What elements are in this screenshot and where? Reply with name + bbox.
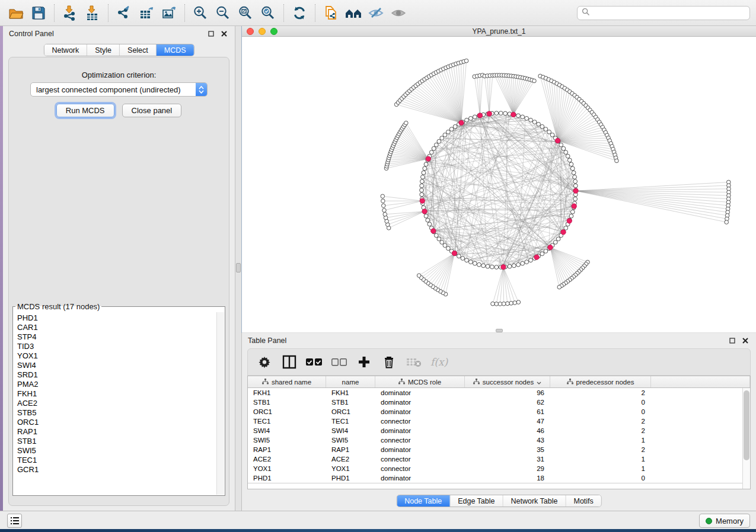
table-row[interactable]: FKH1FKH1dominator962 [248,388,750,398]
table-row[interactable]: SWI4SWI4dominator462 [248,426,750,435]
mcds-result-item[interactable]: SRD1 [17,370,216,380]
search-input[interactable] [593,9,749,17]
tab-network[interactable]: Network [44,44,87,56]
tab-node-table[interactable]: Node Table [397,495,450,507]
column-header-successor-nodes[interactable]: successor nodes [465,376,550,387]
add-column-button[interactable] [356,354,372,370]
column-header-shared-name[interactable]: shared name [248,376,326,387]
close-panel-icon[interactable] [741,336,750,345]
mcds-result-item[interactable]: GCR1 [17,465,216,475]
mcds-result-item[interactable]: ACE2 [17,399,216,408]
close-panel-icon[interactable] [219,29,229,39]
import-network-button[interactable] [59,2,81,24]
export-network-button[interactable] [113,2,135,24]
tab-style[interactable]: Style [87,44,120,56]
mcds-result-item[interactable]: ORC1 [17,418,216,427]
tab-mcds[interactable]: MCDS [157,44,194,56]
panel-splitter[interactable] [235,26,241,511]
clone-network-button[interactable] [320,2,342,24]
table-scrollbar[interactable] [742,388,750,489]
table-cell: 2 [550,446,651,453]
show-all-button[interactable] [387,2,410,24]
first-neighbors-button[interactable] [342,2,365,24]
table-row[interactable]: YOX1YOX1connector291 [248,464,750,473]
refresh-icon [291,5,308,21]
mcds-result-item[interactable]: SWI4 [17,361,216,370]
table-row[interactable]: TEC1TEC1connector472 [248,416,750,426]
column-header-MCDS-role[interactable]: MCDS role [375,376,465,387]
delete-column-button[interactable] [381,354,397,370]
mcds-result-item[interactable]: FKH1 [17,389,216,399]
export-image-button[interactable] [158,2,180,24]
table-row[interactable]: ACE2ACE2connector311 [248,454,750,464]
mcds-result-list[interactable]: PHD1CAR1STP4TID3YOX1SWI4SRD1PMA2FKH1ACE2… [14,312,216,495]
export-table-button[interactable] [135,2,158,24]
table-row[interactable]: PHD1PHD1dominator180 [248,473,750,483]
mcds-result-item[interactable]: RAP1 [17,427,216,437]
delete-table-button[interactable] [406,354,422,370]
float-panel-icon[interactable] [728,336,737,345]
close-panel-button[interactable]: Close panel [122,104,182,117]
table-cell: connector [375,456,465,463]
zoom-fit-button[interactable] [234,2,257,24]
zoom-selected-button[interactable] [257,2,279,24]
memory-button[interactable]: Memory [699,514,750,528]
column-type-icon [473,379,480,386]
import-table-button[interactable] [81,2,104,24]
table-cell: dominator [375,475,465,482]
mcds-result-item[interactable]: STB1 [17,437,216,446]
hide-selected-button[interactable] [365,2,387,24]
float-panel-icon[interactable] [206,29,216,39]
table-cell: 96 [465,389,550,396]
network-canvas[interactable] [242,37,756,332]
table-cell: STB1 [248,399,326,406]
table-settings-button[interactable] [256,354,273,370]
console-button[interactable] [7,514,22,528]
import-table-icon [84,5,101,21]
save-button[interactable] [27,2,50,24]
mcds-result-item[interactable]: TEC1 [17,456,216,465]
zoom-in-icon [192,5,209,21]
mcds-result-item[interactable]: PMA2 [17,380,216,389]
table-cell: 29 [465,465,550,472]
table-row[interactable]: RAP1RAP1dominator352 [248,445,750,454]
table-cell: PHD1 [326,475,375,482]
column-header-name[interactable]: name [326,376,375,387]
search-field[interactable] [577,6,750,20]
canvas-splitter-handle[interactable] [496,329,503,332]
mcds-result-item[interactable]: CAR1 [17,323,216,332]
mcds-result-title: MCDS result (17 nodes) [15,302,101,311]
mcds-result-item[interactable]: SWI5 [17,446,216,456]
refresh-button[interactable] [288,2,311,24]
mcds-result-item[interactable]: STB5 [17,408,216,418]
table-toolbar: f(x) [247,348,751,376]
table-cell: 1 [550,437,651,444]
mcds-result-item[interactable]: PHD1 [17,313,216,323]
tab-network-table[interactable]: Network Table [503,495,566,507]
select-all-button[interactable] [306,354,323,370]
table-row[interactable]: ORC1ORC1dominator610 [248,407,750,416]
zoom-out-button[interactable] [212,2,234,24]
main-toolbar [0,0,756,26]
criterion-select[interactable]: largest connected component (undirected) [30,82,208,97]
deselect-all-button[interactable] [331,354,347,370]
eye-icon [390,5,407,21]
mcds-list-scrollbar[interactable] [216,312,224,495]
table-row[interactable]: SWI5SWI5connector431 [248,435,750,445]
tab-edge-table[interactable]: Edge Table [450,495,503,507]
mcds-result-item[interactable]: TID3 [17,342,216,351]
run-mcds-button[interactable]: Run MCDS [56,104,114,117]
open-file-button[interactable] [5,2,27,24]
tab-select[interactable]: Select [120,44,157,56]
scrollbar-thumb[interactable] [744,390,749,460]
tab-motifs[interactable]: Motifs [566,495,601,507]
apply-function-button[interactable]: f(x) [430,356,448,368]
mcds-result-item[interactable]: YOX1 [17,351,216,361]
show-columns-button[interactable] [281,354,298,370]
first-neighbors-icon [344,5,362,21]
mcds-result-item[interactable]: STP4 [17,332,216,342]
column-header-predecessor-nodes[interactable]: predecessor nodes [550,376,651,387]
table-row[interactable]: STB1STB1dominator620 [248,398,750,407]
zoom-in-button[interactable] [189,2,212,24]
splitter-handle-icon[interactable] [236,263,241,273]
